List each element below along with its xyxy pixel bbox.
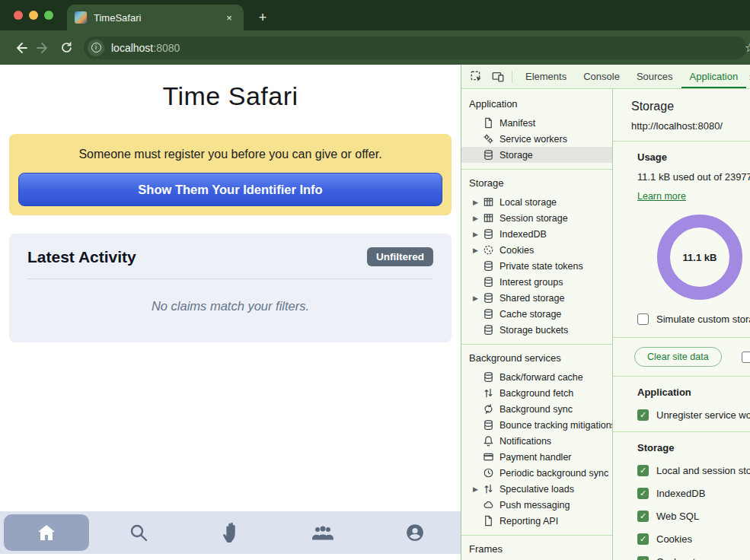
usage-donut-chart: 11.1 kB	[657, 215, 742, 300]
unfiltered-button[interactable]: Unfiltered	[367, 247, 433, 266]
application-section-heading: Application	[637, 387, 750, 398]
devtools-tab-elements[interactable]: Elements	[517, 65, 575, 88]
empty-claims-message: No claims match your filters.	[27, 299, 433, 313]
devtools-panel: ElementsConsoleSourcesApplication » Appl…	[461, 65, 750, 560]
web-sql-checkbox[interactable]: ✓	[637, 511, 649, 522]
nav-profile-button[interactable]	[369, 511, 461, 554]
checkbox-label: Cookies	[656, 533, 692, 545]
devtools-tab-application[interactable]: Application	[681, 65, 747, 88]
device-toolbar-icon[interactable]	[489, 68, 507, 86]
sidebar-item-cookies[interactable]: ▶Cookies	[461, 242, 612, 258]
sidebar-item-manifest[interactable]: Manifest	[461, 115, 612, 131]
expand-arrow-icon[interactable]: ▶	[473, 294, 483, 302]
nav-hand-button[interactable]	[184, 511, 276, 554]
sidebar-item-storage-buckets[interactable]: Storage buckets	[461, 322, 612, 338]
nav-people-button[interactable]	[276, 511, 369, 554]
storage-pane-title: Storage	[631, 100, 750, 113]
local-and-session-storage-checkbox[interactable]: ✓	[637, 465, 649, 476]
learn-more-link[interactable]: Learn more	[637, 191, 686, 202]
zoom-window-button[interactable]	[44, 11, 53, 20]
expand-arrow-icon[interactable]: ▶	[473, 485, 483, 493]
sidebar-item-periodic-background-sync[interactable]: Periodic background sync	[461, 465, 612, 481]
site-info-icon[interactable]: i	[88, 40, 104, 56]
sidebar-item-label: Background sync	[499, 404, 573, 415]
sidebar-item-label: Back/forward cache	[499, 372, 583, 383]
sidebar-item-cache-storage[interactable]: Cache storage	[461, 306, 612, 322]
hand-icon	[222, 522, 240, 543]
sidebar-item-local-storage[interactable]: ▶Local storage	[461, 194, 612, 210]
usage-text: 11.1 kB used out of 239779 MB storage qu…	[637, 171, 750, 183]
page-content: Time Safari Someone must register you be…	[0, 65, 461, 560]
expand-arrow-icon[interactable]: ▶	[473, 247, 483, 254]
people-icon	[311, 524, 334, 541]
checkbox-label: Unregister service workers	[656, 409, 750, 421]
minimize-window-button[interactable]	[29, 11, 38, 20]
devtools-tab-console[interactable]: Console	[575, 65, 628, 88]
cookie-icon	[483, 244, 494, 256]
sidebar-item-label: Payment handler	[499, 452, 572, 463]
devtools-tabbar: ElementsConsoleSourcesApplication »	[461, 65, 750, 89]
db-icon	[483, 149, 494, 161]
gears-icon	[483, 133, 494, 145]
db-icon	[483, 324, 494, 336]
reload-button[interactable]	[55, 37, 78, 59]
expand-arrow-icon[interactable]: ▶	[473, 199, 483, 206]
sidebar-item-session-storage[interactable]: ▶Session storage	[461, 210, 612, 226]
tab-close-icon[interactable]: ×	[222, 12, 236, 24]
table-icon	[483, 212, 494, 224]
inspect-element-icon[interactable]	[468, 68, 486, 86]
sidebar-item-service-workers[interactable]: Service workers	[461, 131, 612, 147]
cookies-checkbox[interactable]: ✓	[637, 533, 649, 545]
third-party-cookies-checkbox[interactable]	[742, 352, 750, 363]
cache-storage-checkbox[interactable]: ✓	[637, 556, 649, 560]
nav-search-button[interactable]	[92, 511, 184, 554]
sidebar-item-label: Notifications	[499, 436, 551, 447]
devtools-tab-sources[interactable]: Sources	[628, 65, 681, 88]
browser-tab[interactable]: TimeSafari ×	[67, 5, 244, 30]
sidebar-item-push-messaging[interactable]: Push messaging	[461, 497, 612, 513]
sidebar-item-reporting-api[interactable]: Reporting API	[461, 513, 612, 529]
sidebar-item-indexeddb[interactable]: ▶IndexedDB	[461, 226, 612, 242]
sidebar-item-back-forward-cache[interactable]: Back/forward cache	[461, 369, 612, 385]
sidebar-item-background-fetch[interactable]: Background fetch	[461, 385, 612, 401]
home-icon	[37, 523, 56, 542]
unregister-service-workers-checkbox[interactable]: ✓	[637, 409, 649, 421]
sidebar-item-notifications[interactable]: Notifications	[461, 433, 612, 449]
nav-home-button[interactable]	[0, 511, 92, 554]
registration-alert: Someone must register you before you can…	[9, 134, 452, 215]
sidebar-item-storage[interactable]: Storage	[461, 147, 612, 163]
sidebar-item-speculative-loads[interactable]: ▶Speculative loads	[461, 481, 612, 497]
back-button[interactable]	[9, 37, 32, 59]
expand-arrow-icon[interactable]: ▶	[473, 215, 483, 222]
usage-donut-label: 11.1 kB	[683, 252, 717, 263]
sidebar-item-bounce-tracking-mitigations[interactable]: Bounce tracking mitigations	[461, 417, 612, 433]
sidebar-item-background-sync[interactable]: Background sync	[461, 401, 612, 417]
simulate-quota-checkbox[interactable]	[637, 313, 649, 325]
storage-pane: Storage http://localhost:8080/ Usage 11.…	[613, 89, 750, 560]
sidebar-item-shared-storage[interactable]: ▶Shared storage	[461, 290, 612, 306]
indexeddb-checkbox[interactable]: ✓	[637, 488, 649, 499]
show-identifier-info-button[interactable]: Show Them Your Identifier Info	[18, 173, 442, 206]
expand-arrow-icon[interactable]: ▶	[473, 231, 483, 238]
sidebar-item-interest-groups[interactable]: Interest groups	[461, 274, 612, 290]
latest-activity-heading: Latest Activity	[27, 248, 136, 266]
sidebar-item-label: Background fetch	[499, 388, 573, 399]
sidebar-item-label: Service workers	[499, 134, 567, 145]
close-window-button[interactable]	[14, 11, 23, 20]
simulate-quota-label: Simulate custom storage quota	[656, 313, 750, 325]
doc-icon	[483, 515, 494, 527]
sidebar-item-private-state-tokens[interactable]: Private state tokens	[461, 258, 612, 274]
sidebar-item-label: Local storage	[499, 197, 557, 208]
clear-site-data-button[interactable]: Clear site data	[634, 347, 722, 367]
sidebar-item-label: Push messaging	[499, 500, 570, 511]
bookmark-star-icon[interactable]: ☆	[745, 40, 750, 55]
address-bar[interactable]: i localhost:8080	[84, 37, 747, 59]
latest-activity-card: Latest Activity Unfiltered No claims mat…	[9, 234, 452, 342]
checkbox-row: ✓Cache storage	[637, 556, 750, 560]
forward-button[interactable]	[32, 37, 55, 59]
new-tab-button[interactable]: +	[253, 8, 273, 27]
sidebar-item-label: Cookies	[499, 245, 534, 256]
sidebar-section-background-services: Background services	[461, 348, 612, 369]
sidebar-item-payment-handler[interactable]: Payment handler	[461, 449, 612, 465]
sidebar-item-label: Storage buckets	[499, 325, 568, 336]
